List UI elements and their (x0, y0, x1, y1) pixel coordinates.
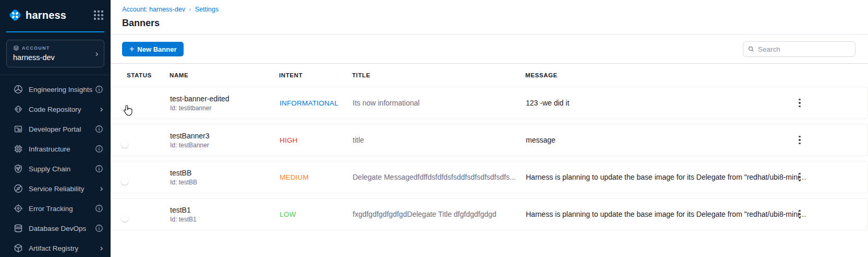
row-menu-icon[interactable] (795, 170, 804, 185)
sidebar-item-database-devops[interactable]: Database DevOps (0, 218, 111, 238)
sidebar-item-label: Supply Chain (29, 165, 70, 173)
breadcrumb-separator: › (189, 6, 191, 13)
chevron-right-icon: › (95, 49, 99, 58)
breadcrumb: Account: harness-dev › Settings (122, 6, 868, 13)
sidebar-item-supply-chain[interactable]: Supply Chain (0, 159, 111, 179)
sidebar-item-artifact-registry[interactable]: Artifact Registry › (0, 238, 111, 257)
banner-id: Id: testBB (170, 179, 280, 186)
module-grid-icon[interactable] (94, 10, 103, 20)
table-row[interactable]: testB1 Id: testB1 LOW fxgdfgdfgdfgdfgdDe… (111, 198, 868, 230)
search-icon (748, 45, 754, 53)
sidebar-item-label: Artifact Registry (29, 244, 78, 252)
banner-message: message (526, 136, 556, 144)
banner-name: testB1 (170, 206, 280, 214)
column-header-title: TITLE (352, 72, 525, 78)
sidebar-item-infrastructure[interactable]: Infrastructure (0, 139, 111, 159)
sidebar-item-label: Code Repository (29, 106, 81, 113)
page-header: Account: harness-dev › Settings Banners (111, 0, 868, 34)
sidebar-divider (0, 75, 111, 75)
sidebar-item-label: Developer Portal (29, 125, 81, 133)
sidebar-item-developer-portal[interactable]: Developer Portal (0, 119, 111, 139)
infrastructure-icon (13, 144, 23, 154)
banner-id: Id: testB1 (170, 216, 280, 223)
sidebar-item-label: Database DevOps (29, 225, 86, 232)
supply-chain-icon (13, 164, 23, 174)
info-icon[interactable] (95, 224, 103, 232)
table-row[interactable]: testBB Id: testBB MEDIUM Delegate Messag… (111, 161, 868, 193)
column-header-message: MESSAGE (525, 72, 790, 78)
banner-name: test-banner-edited (170, 95, 280, 103)
banner-title: Its now informational (353, 99, 419, 107)
artifact-registry-icon (13, 243, 23, 253)
account-stack-icon (13, 45, 19, 51)
table-header: STATUS NAME INTENT TITLE MESSAGE (111, 64, 868, 87)
column-header-status: STATUS (120, 72, 170, 78)
column-header-intent: INTENT (279, 72, 352, 78)
sidebar: harness ACCOUNT harness-dev › Engineerin… (0, 0, 111, 257)
banner-name: testBanner3 (170, 132, 280, 140)
code-repository-icon (13, 104, 23, 114)
account-label: ACCOUNT (22, 45, 50, 51)
row-menu-icon[interactable] (795, 133, 804, 148)
banner-title: fxgdfgdfgdfgdfgdDelegate Title dfgfdgdfg… (353, 210, 497, 218)
developer-portal-icon (13, 124, 23, 134)
database-devops-icon (13, 224, 23, 233)
search-box (743, 41, 855, 57)
new-banner-label: New Banner (137, 45, 176, 53)
sidebar-nav: Engineering Insights Code Repository › D… (0, 77, 111, 257)
intent-badge: HIGH (280, 136, 298, 144)
toolbar: + New Banner (111, 34, 868, 64)
breadcrumb-settings-link[interactable]: Settings (195, 6, 219, 13)
error-tracking-icon (13, 204, 23, 214)
page-title: Banners (122, 18, 868, 29)
table-row[interactable]: test-banner-edited Id: testitbanner INFO… (111, 87, 868, 119)
sidebar-item-label: Infrastructure (29, 145, 70, 153)
sidebar-item-label: Engineering Insights (29, 86, 92, 94)
main-content: Account: harness-dev › Settings Banners … (111, 0, 868, 257)
intent-badge: MEDIUM (280, 173, 309, 181)
banner-title: title (353, 136, 364, 144)
sidebar-item-service-reliability[interactable]: Service Reliability › (0, 179, 111, 198)
banners-table: STATUS NAME INTENT TITLE MESSAGE test-ba… (111, 64, 868, 230)
info-icon[interactable] (95, 145, 103, 153)
sidebar-item-label: Error Tracking (29, 205, 73, 213)
plus-icon: + (129, 45, 134, 53)
info-icon[interactable] (95, 85, 103, 94)
banner-id: Id: testBanner (170, 142, 280, 149)
new-banner-button[interactable]: + New Banner (122, 42, 184, 56)
table-row[interactable]: testBanner3 Id: testBanner HIGH title me… (111, 124, 868, 156)
chevron-right-icon: › (100, 105, 103, 114)
info-icon[interactable] (95, 165, 103, 173)
logo-text: harness (26, 9, 66, 21)
search-input[interactable] (758, 45, 850, 53)
sidebar-item-label: Service Reliability (29, 185, 85, 193)
chevron-right-icon: › (100, 244, 103, 253)
sidebar-item-code-repository[interactable]: Code Repository › (0, 99, 111, 119)
account-name: harness-dev (13, 53, 98, 62)
row-menu-icon[interactable] (795, 207, 804, 222)
banner-message: Harness is planning to update the base i… (526, 210, 806, 218)
intent-badge: LOW (280, 211, 296, 218)
banner-id: Id: testitbanner (170, 104, 280, 112)
row-menu-icon[interactable] (795, 96, 804, 111)
sidebar-item-error-tracking[interactable]: Error Tracking (0, 198, 111, 218)
harness-logo-icon (8, 8, 22, 22)
chevron-right-icon: › (100, 184, 103, 193)
info-icon[interactable] (95, 125, 103, 133)
engineering-insights-icon (13, 85, 23, 95)
banner-name: testBB (170, 169, 280, 177)
logo-underline (6, 31, 104, 32)
banner-message: Harness is planning to update the base i… (526, 173, 806, 181)
banner-title: Delegate Messagedfdffdsfdfdsfsddfsdfsdfs… (353, 173, 516, 181)
account-selector[interactable]: ACCOUNT harness-dev › (6, 40, 104, 67)
info-icon[interactable] (95, 204, 103, 213)
service-reliability-icon (13, 184, 23, 194)
breadcrumb-account-link[interactable]: Account: harness-dev (122, 6, 185, 13)
intent-badge: INFORMATIONAL (280, 99, 339, 107)
column-header-name: NAME (170, 72, 279, 78)
sidebar-item-engineering-insights[interactable]: Engineering Insights (0, 79, 111, 99)
logo-row: harness (0, 0, 111, 28)
banner-message: 123 -we did it (526, 99, 569, 107)
table-rows: test-banner-edited Id: testitbanner INFO… (111, 87, 868, 230)
